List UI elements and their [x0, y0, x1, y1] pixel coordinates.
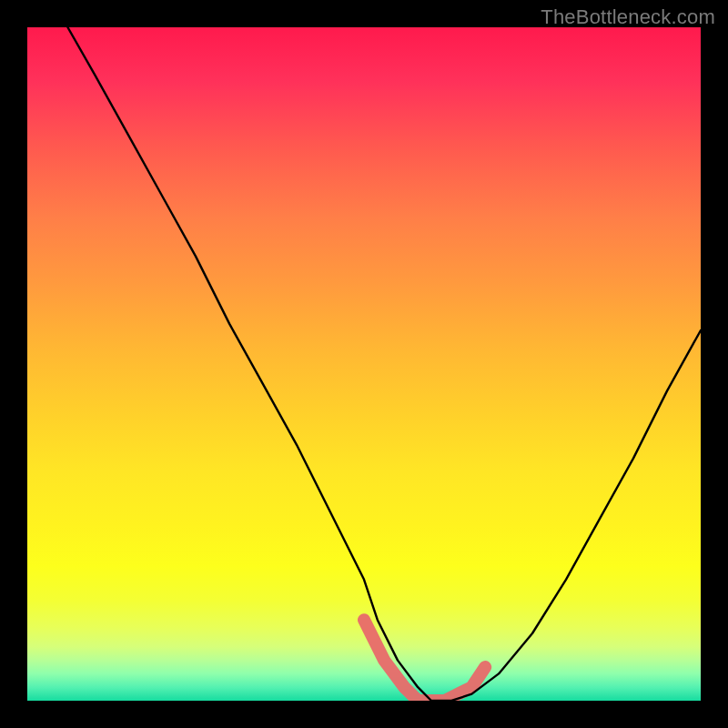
optimal-range-highlight	[364, 620, 485, 701]
plot-area	[27, 27, 701, 701]
watermark-text: TheBottleneck.com	[541, 5, 715, 29]
bottleneck-curve	[67, 27, 701, 701]
chart-frame: TheBottleneck.com	[0, 0, 728, 728]
curve-layer	[27, 27, 701, 701]
